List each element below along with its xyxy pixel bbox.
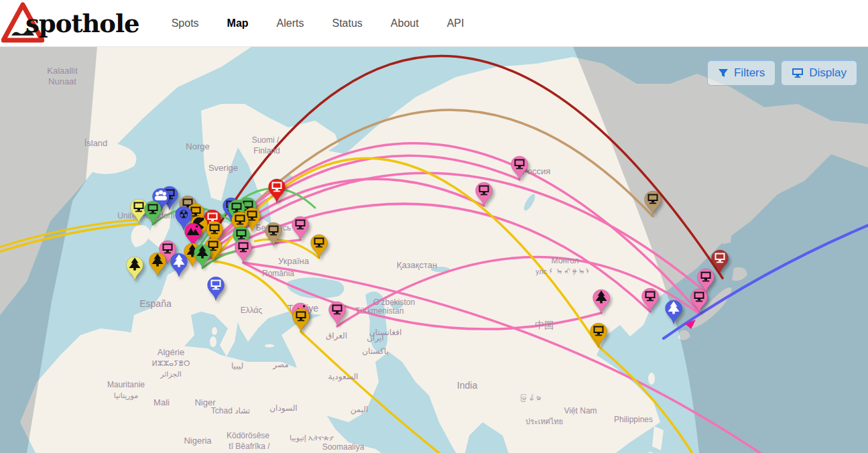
map-marker-monitor[interactable] bbox=[291, 307, 311, 334]
nav-item-api[interactable]: API bbox=[447, 17, 464, 29]
map-place-label: العراق bbox=[326, 331, 347, 341]
map-place-label: Sverige bbox=[208, 163, 238, 173]
map-place-label: România bbox=[262, 269, 294, 278]
display-monitor-icon bbox=[792, 68, 804, 78]
map-place-label: ประเทศไทย bbox=[525, 417, 563, 426]
map-marker-monitor[interactable] bbox=[588, 322, 609, 348]
map-place-label: Mali bbox=[153, 397, 170, 407]
display-button[interactable]: Display bbox=[781, 60, 857, 86]
map-marker-monitor[interactable] bbox=[143, 200, 163, 226]
map-marker-monitor[interactable] bbox=[327, 300, 347, 327]
map-marker-monitor[interactable] bbox=[263, 221, 284, 248]
filters-button-label: Filters bbox=[734, 66, 765, 80]
map-marker-tree[interactable] bbox=[192, 243, 212, 270]
display-button-label: Display bbox=[809, 66, 847, 80]
map-place-label: موريتانيا bbox=[114, 391, 138, 400]
map-marker-monitor[interactable] bbox=[233, 238, 253, 265]
nav-item-status[interactable]: Status bbox=[332, 17, 362, 29]
map-marker-monitor[interactable] bbox=[290, 215, 310, 242]
main-nav: SpotsMapAlertsStatusAboutAPI bbox=[172, 17, 464, 29]
map-place-label: اليمن bbox=[351, 405, 369, 415]
map-marker-monitor[interactable] bbox=[509, 155, 530, 182]
map-place-label: O'zbekiston bbox=[373, 298, 415, 307]
map-place-label: tî Bêafrîka / bbox=[229, 442, 270, 451]
map-place-label: улс ᠮᠣᠩᠭᠣᠯ bbox=[536, 267, 593, 275]
map-marker-monitor[interactable] bbox=[643, 190, 663, 216]
map-marker-monitor[interactable] bbox=[267, 178, 287, 204]
map-place-label: افغانستان bbox=[369, 328, 402, 337]
nav-item-map[interactable]: Map bbox=[227, 17, 249, 29]
map-marker-tree[interactable] bbox=[125, 255, 145, 282]
map-place-label: Nunaat bbox=[48, 76, 76, 86]
map-marker-tree[interactable] bbox=[591, 288, 611, 315]
nav-item-about[interactable]: About bbox=[391, 17, 419, 29]
map-place-label: Монгол bbox=[552, 256, 579, 265]
top-navigation-bar: spothole SpotsMapAlertsStatusAboutAPI bbox=[0, 0, 868, 47]
map-place-label: مصر bbox=[272, 360, 288, 370]
map-place-label: Ísland bbox=[84, 138, 108, 148]
map-marker-monitor[interactable] bbox=[640, 287, 660, 314]
map[interactable]: KalaallitNunaatÍslandNorgeSverigeSuomi /… bbox=[0, 47, 868, 453]
map-place-label: Україна bbox=[278, 256, 310, 266]
map-place-label: Philippines bbox=[614, 415, 653, 424]
map-place-label: باكستان bbox=[362, 346, 389, 356]
map-marker-tree[interactable] bbox=[147, 251, 168, 278]
map-canvas: KalaallitNunaatÍslandNorgeSverigeSuomi /… bbox=[0, 47, 868, 453]
map-place-label: မြန်မာ bbox=[519, 394, 542, 402]
map-marker-monitor[interactable] bbox=[689, 287, 709, 314]
map-place-label: الجزائر bbox=[160, 370, 182, 379]
map-place-label: Algérie bbox=[158, 347, 184, 357]
map-place-label: Norge bbox=[186, 141, 209, 151]
map-marker-monitor[interactable] bbox=[206, 275, 226, 302]
logo[interactable]: spothole bbox=[1, 0, 139, 47]
map-marker-monitor[interactable] bbox=[474, 181, 494, 208]
map-controls: Filters Display bbox=[707, 60, 857, 86]
map-marker-tree[interactable] bbox=[169, 252, 189, 279]
map-place-label: Mauritanie bbox=[107, 380, 145, 389]
map-place-label: Türkmenistan bbox=[355, 306, 404, 316]
nav-item-alerts[interactable]: Alerts bbox=[277, 17, 304, 29]
map-marker-tree[interactable] bbox=[664, 299, 684, 326]
map-place-label: Kalaallit bbox=[47, 66, 78, 76]
logo-text: spothole bbox=[25, 9, 139, 38]
filters-button[interactable]: Filters bbox=[707, 60, 776, 86]
map-place-label: Soomaaliya bbox=[322, 442, 365, 452]
map-place-label: España bbox=[139, 298, 172, 309]
map-place-label: Ελλάς bbox=[241, 306, 263, 315]
map-place-label: السودان bbox=[269, 403, 297, 413]
map-place-label: Finland bbox=[253, 146, 280, 155]
filter-funnel-icon bbox=[718, 68, 729, 78]
map-place-label: إتيوبيا ኢትዮጵያ bbox=[290, 434, 334, 442]
map-place-label: 中国 bbox=[535, 320, 554, 330]
map-place-label: ⵍⵣⵣⴰⵢⴻⵔ bbox=[152, 359, 190, 367]
map-place-label: India bbox=[457, 380, 478, 391]
map-place-label: Қазақстан bbox=[397, 260, 437, 270]
map-marker-monitor[interactable] bbox=[309, 233, 329, 260]
map-place-label: Nigeria bbox=[184, 436, 212, 446]
map-place-label: ليبيا bbox=[231, 361, 243, 371]
map-place-label: السعودية bbox=[328, 372, 359, 382]
map-place-label: Tchad تشاد bbox=[211, 406, 250, 415]
map-place-label: Việt Nam bbox=[564, 406, 597, 415]
svg-text:☢: ☢ bbox=[178, 208, 188, 221]
map-place-label: Suomi / bbox=[252, 135, 280, 145]
nav-item-spots[interactable]: Spots bbox=[172, 17, 199, 29]
map-place-label: Ködörösêse bbox=[227, 431, 269, 440]
